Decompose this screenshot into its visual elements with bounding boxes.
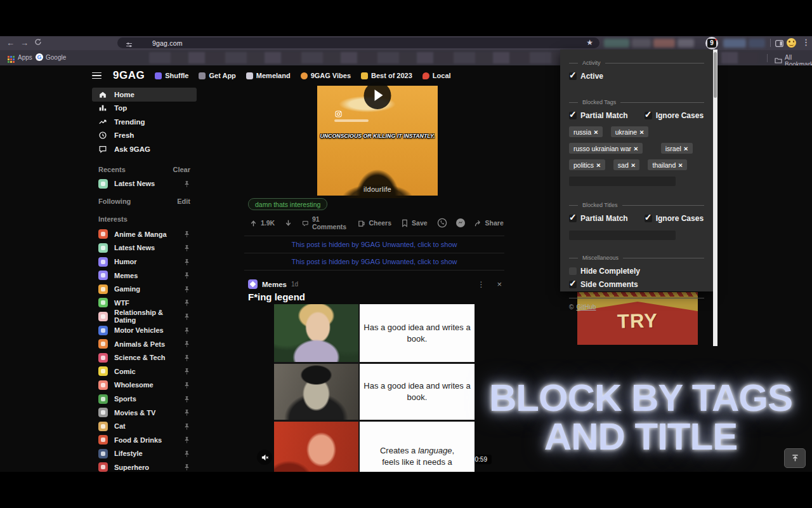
github-link[interactable]: GitHub <box>576 304 596 311</box>
interest-item[interactable]: Anime & Manga <box>92 227 197 241</box>
interest-item[interactable]: Humor <box>92 255 197 269</box>
interest-item[interactable]: Movies & TV <box>92 406 197 420</box>
pin-icon[interactable] <box>183 231 190 237</box>
interest-item[interactable]: Wholesome <box>92 378 197 392</box>
blurred-extension[interactable] <box>749 39 765 48</box>
nav-best-of-2023[interactable]: Best of 2023 <box>361 72 412 79</box>
interest-item[interactable]: Motor Vehicles <box>92 323 197 337</box>
interest-item[interactable]: Cat <box>92 419 197 433</box>
tags-ignore-cases-checkbox[interactable]: ✓ Ignore Cases <box>645 111 704 120</box>
interest-item[interactable]: Relationship & Dating <box>92 310 197 324</box>
interest-item[interactable]: Animals & Pets <box>92 337 197 351</box>
menu-hamburger-icon[interactable] <box>92 72 102 79</box>
post-title[interactable]: F*ing legend <box>248 291 305 302</box>
remove-tag-icon[interactable]: × <box>678 161 683 169</box>
add-title-input[interactable] <box>569 231 676 240</box>
video-player[interactable]: UNCONSCIOUS OR KILLING IT INSTANTLY. ild… <box>317 86 438 196</box>
pin-icon[interactable] <box>183 180 190 187</box>
hide-completely-checkbox[interactable]: Hide Completely <box>569 267 640 276</box>
interest-item[interactable]: WTF <box>92 296 197 310</box>
pin-icon[interactable] <box>183 272 190 279</box>
tags-partial-match-checkbox[interactable]: ✓ Partial Match <box>569 111 628 120</box>
sidebar-item-fresh[interactable]: Fresh <box>92 129 197 143</box>
nav-shuffle[interactable]: Shuffle <box>155 72 188 79</box>
side-comments-checkbox[interactable]: ✓ Side Comments <box>569 280 638 289</box>
interest-item[interactable]: Superhero <box>92 460 197 472</box>
post-menu-button[interactable]: ⋮ <box>477 280 485 289</box>
blurred-extension[interactable] <box>653 39 675 48</box>
interest-item[interactable]: Food & Drinks <box>92 433 197 447</box>
sidebar-item-top[interactable]: Top <box>92 102 197 116</box>
titles-ignore-cases-checkbox[interactable]: ✓ Ignore Cases <box>645 214 704 223</box>
remove-tag-icon[interactable]: × <box>594 128 598 136</box>
pin-icon[interactable] <box>183 382 190 389</box>
pin-icon[interactable] <box>183 436 190 443</box>
mute-button[interactable] <box>257 450 272 465</box>
blurred-extension[interactable] <box>723 39 746 48</box>
interest-item[interactable]: Gaming <box>92 282 197 296</box>
add-tag-input[interactable] <box>569 177 676 186</box>
pin-icon[interactable] <box>183 396 190 403</box>
popup-scrollbar-thumb[interactable] <box>714 52 717 98</box>
interest-item[interactable]: Latest News <box>92 241 197 255</box>
interest-item[interactable]: Lifestyle <box>92 447 197 461</box>
post-close-button[interactable]: × <box>497 279 502 289</box>
profile-avatar[interactable] <box>787 38 796 48</box>
messenger-icon[interactable] <box>455 218 466 228</box>
nav-local[interactable]: Local <box>422 72 451 79</box>
play-button[interactable] <box>364 82 391 109</box>
remove-tag-icon[interactable]: × <box>596 161 601 169</box>
sidebar-item-trending[interactable]: Trending <box>92 115 197 129</box>
blurred-extension[interactable] <box>604 39 629 48</box>
blurred-extension[interactable] <box>678 39 694 48</box>
pin-icon[interactable] <box>183 313 190 320</box>
browser-menu-button[interactable]: ⋮ <box>802 37 810 48</box>
hidden-post-notice[interactable]: This post is hidden by 9GAG Unwanted, cl… <box>244 253 504 270</box>
whatsapp-icon[interactable] <box>437 218 447 228</box>
nav-memeland[interactable]: Memeland <box>246 72 291 79</box>
pin-icon[interactable] <box>183 340 190 347</box>
pin-icon[interactable] <box>183 368 190 375</box>
blurred-extension[interactable] <box>632 39 651 48</box>
remove-tag-icon[interactable]: × <box>634 145 638 152</box>
save-button[interactable]: Save <box>401 219 428 227</box>
side-panel-button[interactable] <box>775 39 783 50</box>
remove-tag-icon[interactable]: × <box>684 145 688 152</box>
blocked-tag-chip[interactable]: russo ukrainian war× <box>569 143 643 154</box>
cheers-button[interactable]: Cheers <box>357 219 391 227</box>
remove-tag-icon[interactable]: × <box>631 161 636 169</box>
upvote-button[interactable]: 1.9K <box>249 219 275 227</box>
pin-icon[interactable] <box>183 244 190 251</box>
recent-item-latest-news[interactable]: Latest News <box>92 177 197 191</box>
forward-button[interactable]: → <box>20 38 29 48</box>
pin-icon[interactable] <box>183 327 190 334</box>
blocked-tag-chip[interactable]: israel× <box>661 143 693 154</box>
blocked-tag-chip[interactable]: thailand× <box>648 159 687 170</box>
pin-icon[interactable] <box>183 464 190 471</box>
bookmark-google[interactable]: Google <box>46 54 66 61</box>
pin-icon[interactable] <box>183 354 190 361</box>
interest-item[interactable]: Comic <box>92 364 197 378</box>
share-button[interactable]: Share <box>474 219 504 227</box>
pin-icon[interactable] <box>183 423 190 430</box>
edit-following-button[interactable]: Edit <box>177 197 190 205</box>
blocked-tag-chip[interactable]: ukraine× <box>611 126 648 137</box>
bookmark-apps[interactable]: Apps <box>18 54 32 61</box>
pin-icon[interactable] <box>183 409 190 416</box>
blocked-tag-chip[interactable]: politics× <box>569 159 605 170</box>
remove-tag-icon[interactable]: × <box>639 128 644 136</box>
comments-button[interactable]: 91 Comments <box>302 215 348 231</box>
sidebar-item-ask-9gag[interactable]: Ask 9GAG <box>92 142 197 156</box>
pin-icon[interactable] <box>183 450 190 457</box>
downvote-button[interactable] <box>284 219 292 227</box>
clear-recents-button[interactable]: Clear <box>173 166 190 173</box>
apps-grid-icon[interactable] <box>8 54 15 65</box>
9gag-logo[interactable]: 9GAG <box>113 69 145 82</box>
active-checkbox[interactable]: ✓ Active <box>569 72 603 81</box>
reload-button[interactable] <box>34 38 42 48</box>
address-bar[interactable]: 9gag.com ★ <box>117 37 599 48</box>
pin-icon[interactable] <box>183 258 190 265</box>
nav-get-app[interactable]: Get App <box>199 72 235 79</box>
blocked-tag-chip[interactable]: sad× <box>613 159 640 170</box>
google-favicon[interactable]: G <box>36 53 43 61</box>
